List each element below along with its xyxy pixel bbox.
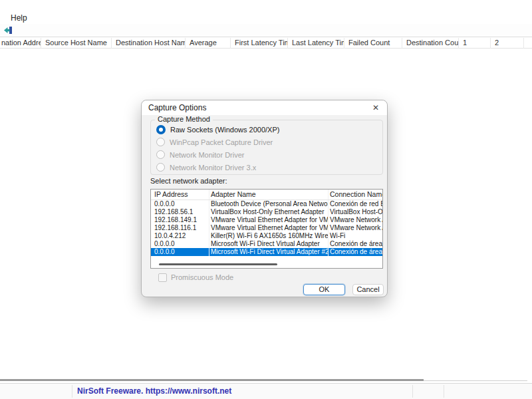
radio-unselected-icon[interactable] (156, 163, 165, 172)
column-failed-count[interactable]: Failed Count (344, 38, 402, 49)
status-bar: NirSoft Freeware. https://www.nirsoft.ne… (0, 383, 532, 399)
adapter-row[interactable]: 192.168.116.1 VMware Virtual Ethernet Ad… (151, 224, 382, 232)
adapter-col-ip[interactable]: IP Address (151, 190, 209, 200)
radio-unselected-icon[interactable] (156, 138, 165, 146)
radio-label: Network Monitor Driver (170, 151, 244, 159)
capture-method-legend: Capture Method (155, 115, 213, 123)
adapter-ip: 10.0.4.212 (151, 232, 209, 240)
column-first-latency-time[interactable]: First Latency Time (231, 38, 288, 49)
adapter-ip: 0.0.0.0 (151, 248, 209, 256)
column-source-host-name[interactable]: Source Host Name (41, 38, 112, 49)
adapter-col-connection[interactable]: Connection Name (329, 190, 382, 200)
adapter-connection: Conexión de área local* (329, 248, 382, 256)
radio-raw-sockets[interactable]: Raw Sockets (Windows 2000/XP) (156, 124, 279, 134)
adapter-name: VMware Virtual Ethernet Adapter for VMne… (209, 224, 329, 232)
adapter-name: VirtualBox Host-Only Ethernet Adapter (209, 208, 329, 216)
promiscuous-mode-option[interactable]: Promiscuous Mode (158, 273, 233, 282)
radio-label: Raw Sockets (Windows 2000/XP) (170, 126, 279, 134)
promiscuous-mode-label: Promiscuous Mode (171, 273, 233, 281)
capture-method-group: Capture Method Raw Sockets (Windows 2000… (150, 120, 383, 175)
adapter-row[interactable]: 192.168.149.1 VMware Virtual Ethernet Ad… (151, 216, 382, 224)
adapter-connection: Conexión de red Bluetoot (329, 200, 382, 208)
adapter-ip: 192.168.116.1 (151, 224, 209, 232)
adapter-name: Microsoft Wi-Fi Direct Virtual Adapter #… (209, 248, 329, 256)
radio-label: WinPcap Packet Capture Driver (170, 138, 273, 146)
statusbar-divider (412, 385, 413, 398)
radio-label: Network Monitor Driver 3.x (170, 164, 256, 172)
adapter-row[interactable]: 0.0.0.0 Bluetooth Device (Personal Area … (151, 200, 382, 208)
toolbar (0, 24, 532, 37)
column-2[interactable]: 2 (491, 38, 524, 49)
capture-options-dialog: Capture Options ✕ Capture Method Raw Soc… (141, 100, 388, 297)
statusbar-divider (72, 385, 72, 398)
statusbar-freeware-text: NirSoft Freeware. https://www.nirsoft.ne… (77, 386, 231, 396)
dialog-title: Capture Options (148, 103, 206, 112)
app-window: Help nation Address Source Host Name Des… (0, 0, 532, 399)
adapter-ip: 192.168.56.1 (151, 208, 209, 216)
adapter-name: Killer(R) Wi-Fi 6 AX1650s 160MHz Wireles… (209, 232, 329, 240)
listview-header: nation Address Source Host Name Destinat… (0, 38, 532, 49)
checkbox-unchecked-icon[interactable] (158, 273, 167, 282)
adapter-row[interactable]: 192.168.56.1 VirtualBox Host-Only Ethern… (151, 208, 382, 216)
column-destination-address[interactable]: nation Address (0, 38, 41, 49)
menu-help[interactable]: Help (8, 13, 30, 23)
close-icon[interactable]: ✕ (370, 102, 381, 113)
adapter-ip: 192.168.149.1 (151, 216, 209, 224)
cancel-button[interactable]: Cancel (352, 284, 384, 295)
adapter-ip: 0.0.0.0 (151, 200, 209, 208)
adapter-name: VMware Virtual Ethernet Adapter for VMne… (209, 216, 329, 224)
menu-bar: Help (0, 12, 532, 24)
adapter-row-selected[interactable]: 0.0.0.0 Microsoft Wi-Fi Direct Virtual A… (151, 248, 382, 256)
column-average[interactable]: Average (186, 38, 231, 49)
radio-network-monitor-3x[interactable]: Network Monitor Driver 3.x (156, 162, 256, 172)
select-adapter-label: Select network adapter: (150, 177, 227, 185)
column-destination-country[interactable]: Destination Country (402, 38, 459, 49)
start-capture-icon[interactable] (3, 25, 13, 35)
adapter-connection: Conexión de área local* (329, 240, 382, 248)
adapter-listbox[interactable]: IP Address Adapter Name Connection Name … (150, 189, 383, 269)
adapter-col-name[interactable]: Adapter Name (209, 190, 329, 200)
column-destination-host-name[interactable]: Destination Host Name (112, 38, 186, 49)
adapter-connection: Wi-Fi (329, 232, 382, 240)
adapter-connection: VMware Network Adapte (329, 216, 382, 224)
adapter-row[interactable]: 10.0.4.212 Killer(R) Wi-Fi 6 AX1650s 160… (151, 232, 382, 240)
adapter-name: Microsoft Wi-Fi Direct Virtual Adapter (209, 240, 329, 248)
column-filler (524, 38, 532, 49)
adapter-connection: VirtualBox Host-Only Net (329, 208, 382, 216)
horizontal-scrollbar-thumb[interactable] (159, 263, 277, 265)
column-1[interactable]: 1 (459, 38, 491, 49)
ok-button[interactable]: OK (303, 284, 345, 295)
adapter-list-header: IP Address Adapter Name Connection Name (151, 190, 382, 200)
column-last-latency-time[interactable]: Last Latency Time (288, 38, 344, 49)
radio-selected-icon[interactable] (156, 125, 166, 134)
adapter-row[interactable]: 0.0.0.0 Microsoft Wi-Fi Direct Virtual A… (151, 240, 382, 248)
dialog-titlebar[interactable]: Capture Options ✕ (142, 100, 387, 115)
adapter-ip: 0.0.0.0 (151, 240, 209, 248)
main-hscrollbar-thumb[interactable] (0, 379, 424, 381)
statusbar-divider (444, 385, 444, 398)
radio-winpcap[interactable]: WinPcap Packet Capture Driver (156, 137, 273, 147)
adapter-connection: VMware Network Adapte (329, 224, 382, 232)
radio-network-monitor[interactable]: Network Monitor Driver (156, 150, 244, 160)
radio-unselected-icon[interactable] (156, 150, 165, 159)
adapter-name: Bluetooth Device (Personal Area Network) (209, 200, 329, 208)
